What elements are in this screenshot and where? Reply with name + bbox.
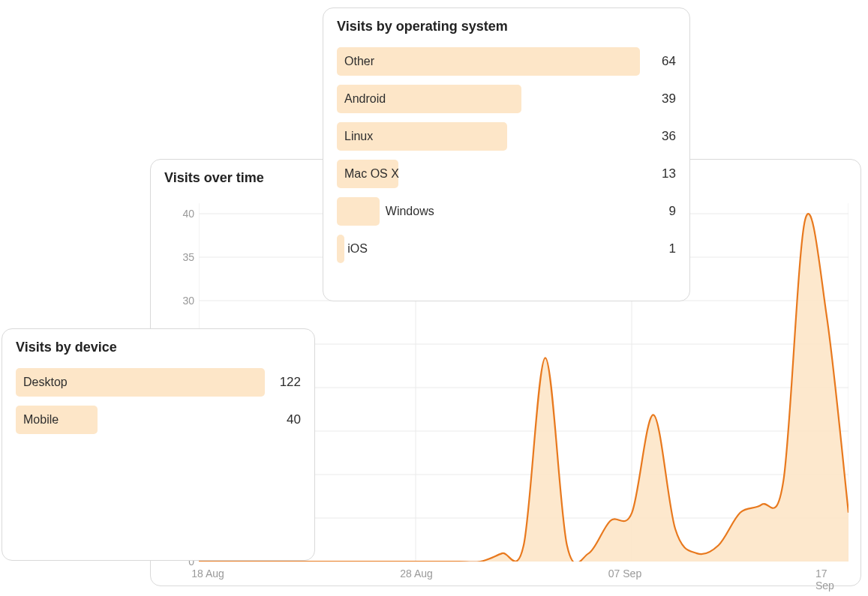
os-bar-fill bbox=[337, 197, 380, 226]
x-tick-4: 17 Sep bbox=[815, 568, 838, 592]
device-bar-value: 122 bbox=[265, 375, 301, 390]
os-row: Other64 bbox=[337, 45, 676, 78]
visits-by-os-card: Visits by operating system Other64Androi… bbox=[323, 7, 690, 301]
os-bar-label: iOS bbox=[347, 235, 368, 263]
os-bar-fill: Other bbox=[337, 47, 640, 76]
os-bar-value: 36 bbox=[640, 129, 676, 144]
os-bar-fill: Android bbox=[337, 85, 521, 113]
y-tick-40: 40 bbox=[164, 208, 194, 220]
x-tick-2: 28 Aug bbox=[400, 568, 433, 580]
device-bar-fill: Desktop bbox=[16, 368, 265, 397]
device-bar-fill: Mobile bbox=[16, 406, 98, 434]
os-bar-fill: Linux bbox=[337, 122, 507, 151]
os-bar[interactable]: iOS bbox=[337, 235, 640, 263]
os-row: Windows9 bbox=[337, 195, 676, 228]
os-bar-value: 1 bbox=[640, 241, 676, 256]
os-row: iOS1 bbox=[337, 232, 676, 265]
visits-by-device-title: Visits by device bbox=[16, 340, 301, 355]
os-bar-value: 9 bbox=[640, 204, 676, 219]
os-bar[interactable]: Windows bbox=[337, 197, 640, 226]
y-tick-35: 35 bbox=[164, 251, 194, 263]
device-bar[interactable]: Mobile bbox=[16, 406, 265, 434]
device-bar[interactable]: Desktop bbox=[16, 368, 265, 397]
os-row: Mac OS X13 bbox=[337, 157, 676, 190]
os-bar[interactable]: Other bbox=[337, 47, 640, 76]
visits-by-device-card: Visits by device Desktop122Mobile40 bbox=[2, 328, 315, 561]
os-bar-list: Other64Android39Linux36Mac OS X13Windows… bbox=[337, 45, 676, 265]
os-bar-fill bbox=[337, 235, 344, 263]
device-bar-list: Desktop122Mobile40 bbox=[16, 366, 301, 436]
os-row: Android39 bbox=[337, 82, 676, 115]
os-bar[interactable]: Mac OS X bbox=[337, 160, 640, 188]
visits-by-os-title: Visits by operating system bbox=[337, 19, 676, 34]
y-tick-30: 30 bbox=[164, 295, 194, 307]
os-bar-value: 39 bbox=[640, 91, 676, 106]
device-bar-value: 40 bbox=[265, 412, 301, 427]
os-row: Linux36 bbox=[337, 120, 676, 153]
os-bar[interactable]: Linux bbox=[337, 122, 640, 151]
device-row: Mobile40 bbox=[16, 403, 301, 436]
os-bar-label: Windows bbox=[386, 197, 434, 226]
os-bar-fill: Mac OS X bbox=[337, 160, 398, 188]
os-bar[interactable]: Android bbox=[337, 85, 640, 113]
x-tick-1: 18 Aug bbox=[191, 568, 224, 580]
x-tick-3: 07 Sep bbox=[608, 568, 641, 580]
device-row: Desktop122 bbox=[16, 366, 301, 399]
os-bar-value: 64 bbox=[640, 54, 676, 69]
os-bar-value: 13 bbox=[640, 166, 676, 181]
